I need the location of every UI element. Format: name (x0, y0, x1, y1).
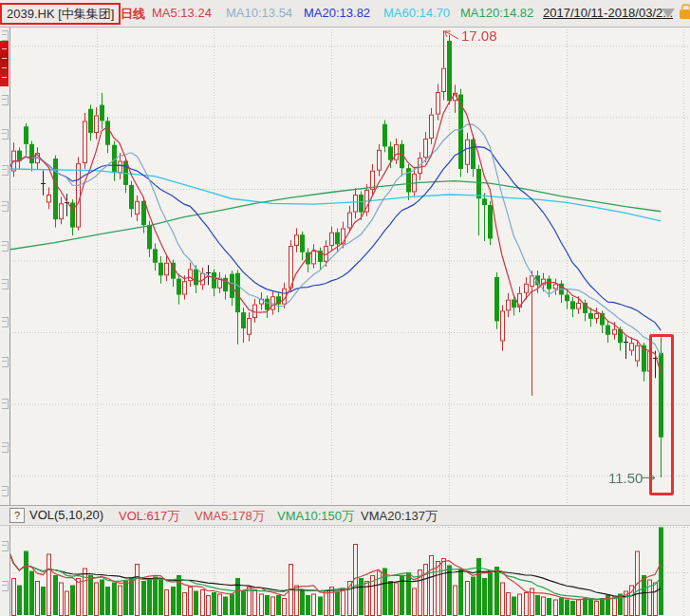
cropped-glyph (2, 399, 9, 409)
cropped-glyph (2, 241, 9, 252)
side-banner (0, 41, 9, 86)
date-range-link[interactable]: 2017/10/11-2018/03/2... (543, 6, 673, 20)
cropped-glyph (2, 30, 9, 41)
volume-panel-header: ? VOL(5,10,20) VOL:617万 VMA5:178万 VMA10:… (0, 505, 690, 526)
cropped-glyph (2, 581, 9, 591)
ma60-label: MA60:14.70 (383, 6, 450, 20)
cropped-glyph (2, 357, 9, 367)
help-button[interactable]: ? (9, 508, 25, 523)
vma20-value-label: VMA20:137万 (361, 508, 438, 525)
vma10-value-label: VMA10:150万 (277, 508, 354, 525)
symbol-highlight-box: 2039.HK [中集集团] (0, 3, 121, 25)
low-price-label: 11.50 (608, 470, 643, 486)
lock-icon[interactable] (680, 9, 690, 19)
symbol-label: 2039.HK [中集集团] (7, 7, 114, 21)
cropped-glyph (2, 442, 9, 453)
cropped-glyph (2, 95, 9, 105)
ma10-label: MA10:13.54 (226, 6, 292, 20)
period-label[interactable]: 日线 (121, 6, 145, 23)
ma120-label: MA120:14.82 (460, 6, 533, 20)
vol-value-label: VOL:617万 (119, 508, 179, 525)
ma20-label: MA20:13.82 (304, 6, 370, 20)
cropped-glyph (2, 201, 9, 212)
chart-header: 2039.HK [中集集团] 日线 MA5:13.24 MA10:13.54 M… (0, 0, 690, 28)
volume-chart[interactable] (0, 524, 690, 616)
peak-price-label: 17.08 (461, 28, 497, 44)
ma5-label: MA5:13.24 (152, 6, 212, 20)
cropped-glyph (2, 129, 9, 140)
cropped-glyph (2, 279, 9, 289)
cropped-glyph (2, 541, 9, 551)
cropped-glyph (2, 486, 9, 496)
volume-indicator-label[interactable]: VOL(5,10,20) (29, 508, 103, 522)
cropped-glyph (2, 317, 9, 327)
main-price-chart[interactable] (0, 27, 690, 505)
crash-candle-highlight-box (649, 334, 674, 495)
dropdown-arrow-icon[interactable] (662, 9, 675, 18)
left-gutter (0, 27, 10, 616)
stock-chart-window: 2039.HK [中集集团] 日线 MA5:13.24 MA10:13.54 M… (0, 0, 690, 616)
vma5-value-label: VMA5:178万 (195, 508, 265, 525)
cropped-glyph (2, 165, 9, 176)
